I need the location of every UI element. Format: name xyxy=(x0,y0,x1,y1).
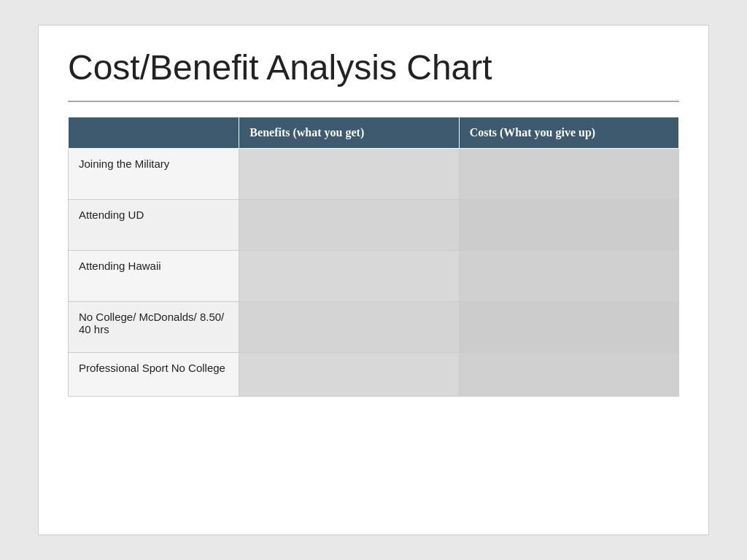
row-label: No College/ McDonalds/ 8.50/ 40 hrs xyxy=(69,302,239,353)
table-row: Attending Hawaii xyxy=(69,251,679,302)
row-benefits xyxy=(239,200,459,251)
row-benefits xyxy=(239,149,459,200)
row-costs xyxy=(459,149,678,200)
row-label: Attending Hawaii xyxy=(69,251,239,302)
table-container: Benefits (what you get) Costs (What you … xyxy=(68,117,679,513)
row-costs xyxy=(459,251,678,302)
row-costs xyxy=(459,353,678,397)
row-label: Attending UD xyxy=(69,200,239,251)
row-benefits xyxy=(239,302,459,353)
table-row: Professional Sport No College xyxy=(69,353,679,397)
row-costs xyxy=(459,200,678,251)
row-label: Professional Sport No College xyxy=(69,353,239,397)
col-header-label xyxy=(69,117,239,149)
col-header-costs: Costs (What you give up) xyxy=(459,117,678,149)
slide-title: Cost/Benefit Analysis Chart xyxy=(68,47,679,102)
table-row: Attending UD xyxy=(69,200,679,251)
row-benefits xyxy=(239,251,459,302)
row-label: Joining the Military xyxy=(69,149,239,200)
slide: Cost/Benefit Analysis Chart Benefits (wh… xyxy=(38,25,709,535)
table-row: No College/ McDonalds/ 8.50/ 40 hrs xyxy=(69,302,679,353)
row-benefits xyxy=(239,353,459,397)
row-costs xyxy=(459,302,678,353)
analysis-table: Benefits (what you get) Costs (What you … xyxy=(68,117,679,397)
table-row: Joining the Military xyxy=(69,149,679,200)
col-header-benefits: Benefits (what you get) xyxy=(239,117,459,149)
table-header-row: Benefits (what you get) Costs (What you … xyxy=(69,117,679,149)
